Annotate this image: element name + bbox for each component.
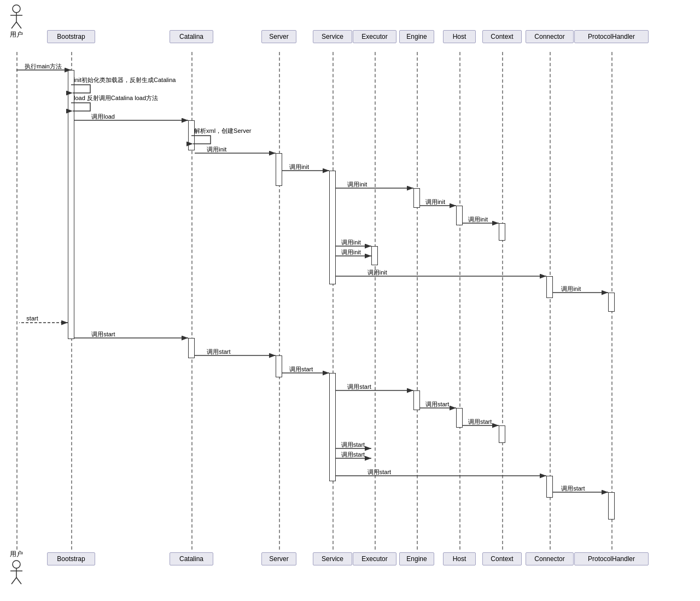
actor-user-top: 用户 [5,4,27,39]
actor-box-server-bottom: Server [261,552,296,565]
arrow-label: 调用init [207,145,226,154]
arrow [16,317,76,328]
svg-point-0 [13,5,20,13]
arrow [550,287,616,298]
arrow-label: 调用start [347,383,371,391]
arrow-label: 调用start [561,485,585,493]
actor-box-executor-bottom: Executor [353,552,396,565]
arrow-label: 解析xml，创建Server [194,127,252,135]
arrow [333,183,422,194]
arrow-label: 调用init [561,285,581,293]
actor-box-engine-bottom: Engine [399,552,434,565]
arrow-label: 调用init [368,269,387,277]
arrow-label: 调用init [341,238,361,247]
actor-box-bootstrap-bottom: Bootstrap [47,552,95,565]
arrow-label: 调用start [207,348,230,356]
lifeline-server [279,52,280,550]
arrow-label: 调用start [341,451,365,459]
actor-box-context-bottom: Context [482,552,522,565]
svg-line-8 [11,577,16,584]
arrow-label: load 反射调用Catalina load方法 [74,94,158,102]
svg-line-4 [16,22,21,28]
actor-box-catalina-top: Catalina [170,30,213,43]
sequence-diagram: 用户BootstrapCatalinaServerServiceExecutor… [0,0,700,601]
arrow-label: 调用start [341,441,365,449]
arrow-label: 调用start [468,418,492,426]
actor-box-engine-top: Engine [399,30,434,43]
lifeline-user [16,52,18,550]
actor-box-protocolhandler-top: ProtocolHandler [574,30,649,43]
arrow [333,470,555,481]
arrow [333,271,555,282]
arrow [192,148,284,159]
arrow [333,385,422,396]
arrow-label: 调用load [91,113,115,121]
actor-box-connector-top: Connector [526,30,574,43]
arrow-label: 调用init [425,198,445,206]
actor-box-server-top: Server [261,30,296,43]
arrow-label: init初始化类加载器，反射生成Catalina [74,76,176,84]
arrow-label: 调用init [468,215,488,224]
arrow-label: 调用start [368,468,391,476]
actor-box-executor-top: Executor [353,30,396,43]
svg-line-9 [16,577,21,584]
svg-line-3 [11,22,16,28]
actor-box-host-bottom: Host [443,552,476,565]
arrow-label: 调用init [347,180,367,189]
actor-box-catalina-bottom: Catalina [170,552,213,565]
actor-user-bottom: 用户 [5,550,27,585]
actor-box-service-bottom: Service [313,552,352,565]
arrow-label: 调用init [289,163,309,171]
arrow-label: 执行main方法 [25,62,62,71]
svg-point-5 [13,561,20,568]
arrow-label: 调用start [425,400,449,409]
arrow-label: start [26,315,38,322]
actor-box-protocolhandler-bottom: ProtocolHandler [574,552,649,565]
actor-box-bootstrap-top: Bootstrap [47,30,95,43]
actor-box-host-top: Host [443,30,476,43]
arrow [72,115,196,126]
arrow [72,332,196,343]
actor-user-label-top: 用户 [5,30,27,39]
arrow-label: 调用start [289,365,313,374]
actor-box-context-top: Context [482,30,522,43]
actor-box-service-top: Service [313,30,352,43]
arrow [192,350,284,361]
arrow-label: 调用init [341,248,361,256]
arrow-label: 调用start [91,330,115,339]
actor-box-connector-bottom: Connector [526,552,574,565]
